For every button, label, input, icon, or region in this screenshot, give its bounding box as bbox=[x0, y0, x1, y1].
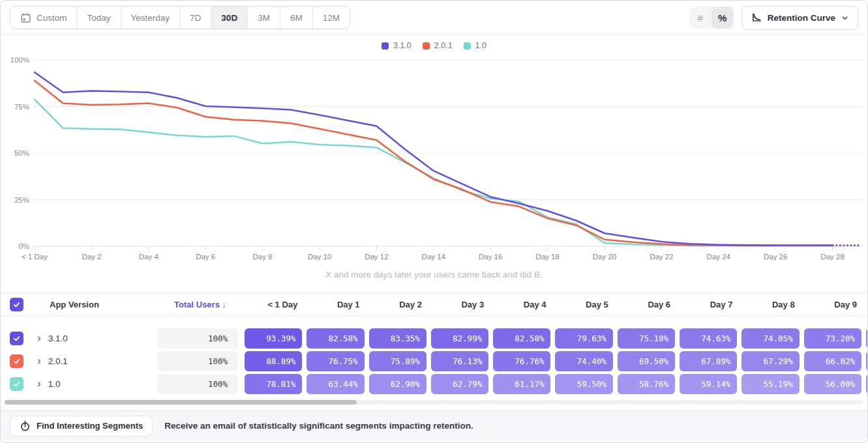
row-checkbox[interactable] bbox=[10, 332, 23, 345]
table-header: App VersionTotal Users ↓< 1 DayDay 1Day … bbox=[1, 293, 868, 317]
percent-toggle[interactable]: % bbox=[711, 7, 734, 29]
retention-cell[interactable]: 73.20% bbox=[804, 328, 861, 349]
retention-cell[interactable]: 75.89% bbox=[369, 351, 427, 371]
column-header-day[interactable]: Day 3 bbox=[428, 300, 490, 309]
x-axis-label: < 1 Day bbox=[22, 253, 48, 261]
retention-cell[interactable]: 67.89% bbox=[680, 351, 737, 371]
date-range-6m[interactable]: 6M bbox=[280, 7, 312, 29]
select-all-checkbox[interactable] bbox=[10, 298, 23, 311]
row-checkbox[interactable] bbox=[10, 377, 23, 391]
column-header-total-users[interactable]: Total Users ↓ bbox=[156, 300, 242, 309]
row-version-label: 3.1.0 bbox=[48, 334, 68, 343]
row-version-cell: ›1.0 bbox=[32, 379, 156, 390]
chart-type-dropdown[interactable]: Retention Curve bbox=[741, 6, 858, 30]
series-line-1.0 bbox=[35, 100, 833, 246]
date-range-label: Custom bbox=[37, 13, 67, 23]
chevron-right-icon[interactable]: › bbox=[37, 355, 41, 366]
x-axis-label: Day 8 bbox=[253, 253, 273, 261]
retention-cell[interactable]: 61.17% bbox=[493, 374, 550, 394]
retention-cell[interactable]: 74.40% bbox=[555, 351, 612, 371]
toolbar-right: #% Retention Curve bbox=[689, 6, 858, 30]
x-axis-label: Day 12 bbox=[365, 253, 388, 261]
retention-cell[interactable]: 78.81% bbox=[245, 374, 302, 394]
date-range-yesterday[interactable]: Yesterday bbox=[121, 7, 180, 29]
x-axis-label: Day 24 bbox=[707, 253, 731, 261]
x-axis-label: Day 22 bbox=[650, 253, 673, 261]
calendar-icon bbox=[20, 12, 31, 23]
retention-cell[interactable]: 62.90% bbox=[369, 374, 427, 394]
row-checkbox-cell bbox=[1, 354, 32, 368]
date-range-label: 12M bbox=[323, 13, 340, 23]
total-users-cell: 100% bbox=[157, 328, 238, 349]
retention-cell[interactable]: 62.79% bbox=[431, 374, 488, 394]
x-axis-label: Day 20 bbox=[593, 253, 616, 261]
column-header-day[interactable]: Day 9 bbox=[801, 300, 863, 309]
column-header-day[interactable]: < 1 Day bbox=[242, 300, 304, 309]
retention-cell[interactable]: 67.29% bbox=[741, 351, 799, 371]
table-row: ›2.0.1100%88.89%76.75%75.89%76.13%76.76%… bbox=[1, 350, 868, 373]
retention-cell[interactable]: 58.76% bbox=[618, 374, 675, 394]
retention-cell[interactable]: 75.18% bbox=[618, 328, 675, 349]
date-range-label: 7D bbox=[190, 13, 201, 23]
retention-cell[interactable]: 82.58% bbox=[307, 328, 364, 349]
date-range-custom[interactable]: Custom bbox=[10, 7, 77, 29]
column-header-app-version: App Version bbox=[32, 300, 156, 309]
retention-cell[interactable]: 59.14% bbox=[680, 374, 737, 394]
date-range-3m[interactable]: 3M bbox=[247, 7, 280, 29]
date-range-label: 6M bbox=[290, 13, 303, 23]
retention-cell[interactable]: 79.63% bbox=[555, 328, 612, 349]
horizontal-scrollbar[interactable] bbox=[5, 400, 863, 405]
table-row: ›3.1.0100%93.39%82.58%83.35%82.99%82.58%… bbox=[1, 327, 868, 350]
column-header-day[interactable]: Day 8 bbox=[739, 300, 801, 309]
retention-cell[interactable]: 56.00% bbox=[804, 374, 861, 394]
column-header-day[interactable]: Day 7 bbox=[677, 300, 739, 309]
x-axis-label: Day 2 bbox=[82, 253, 101, 261]
chart-subtitle: X and more days later your users came ba… bbox=[1, 270, 867, 279]
row-version-label: 1.0 bbox=[48, 379, 61, 389]
retention-cell[interactable]: 63.44% bbox=[307, 374, 364, 394]
total-users-cell: 100% bbox=[157, 374, 238, 394]
y-axis-label: 100% bbox=[10, 56, 29, 64]
retention-cell[interactable]: 82.58% bbox=[493, 328, 550, 349]
retention-cell[interactable]: 88.89% bbox=[245, 351, 302, 371]
retention-cell[interactable]: 76.13% bbox=[431, 351, 488, 371]
y-axis-label: 25% bbox=[14, 196, 29, 204]
retention-cell[interactable]: 76.75% bbox=[307, 351, 364, 371]
retention-cell[interactable]: 74.63% bbox=[680, 328, 737, 349]
chevron-right-icon[interactable]: › bbox=[37, 378, 41, 389]
retention-cell[interactable]: 93.39% bbox=[245, 328, 302, 349]
date-range-today[interactable]: Today bbox=[77, 7, 121, 29]
chevron-right-icon[interactable]: › bbox=[37, 332, 41, 343]
row-checkbox[interactable] bbox=[10, 354, 23, 368]
x-axis-label: Day 4 bbox=[139, 253, 159, 261]
retention-cell[interactable]: 66.02% bbox=[804, 351, 861, 371]
row-checkbox-cell bbox=[1, 377, 32, 391]
find-interesting-segments-button[interactable]: Find Interesting Segments bbox=[10, 416, 153, 436]
row-checkbox-cell bbox=[1, 332, 32, 345]
row-version-label: 2.0.1 bbox=[48, 356, 68, 366]
row-version-cell: ›3.1.0 bbox=[32, 333, 156, 344]
y-axis-label: 75% bbox=[14, 103, 29, 111]
retention-cell[interactable]: 74.05% bbox=[741, 328, 799, 349]
absolute-numbers-toggle[interactable]: # bbox=[689, 7, 711, 29]
date-range-12m[interactable]: 12M bbox=[312, 7, 350, 29]
find-interesting-segments-label: Find Interesting Segments bbox=[37, 421, 143, 431]
retention-cell[interactable]: 82.99% bbox=[431, 328, 488, 349]
column-header-day[interactable]: Day 2 bbox=[367, 300, 428, 309]
x-axis-label: Day 14 bbox=[422, 253, 446, 261]
scrollbar-thumb[interactable] bbox=[5, 400, 357, 405]
date-range-7d[interactable]: 7D bbox=[179, 7, 211, 29]
retention-cell[interactable]: 69.50% bbox=[618, 351, 675, 371]
series-line-2.0.1 bbox=[35, 81, 833, 246]
column-header-day[interactable]: Day 4 bbox=[490, 300, 552, 309]
column-header-day[interactable]: Day 5 bbox=[552, 300, 614, 309]
retention-cell[interactable]: 83.35% bbox=[369, 328, 427, 349]
chart-type-label: Retention Curve bbox=[768, 13, 835, 23]
column-header-day[interactable]: Day 1 bbox=[304, 300, 366, 309]
retention-curve-icon bbox=[751, 12, 762, 23]
date-range-30d[interactable]: 30D bbox=[211, 7, 247, 29]
retention-cell[interactable]: 76.76% bbox=[493, 351, 550, 371]
column-header-day[interactable]: Day 6 bbox=[615, 300, 677, 309]
retention-cell[interactable]: 59.50% bbox=[555, 374, 612, 394]
retention-cell[interactable]: 55.19% bbox=[741, 374, 799, 394]
